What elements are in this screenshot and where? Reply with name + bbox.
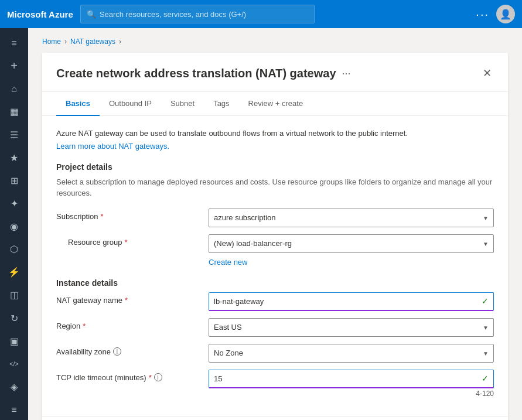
availability-zone-row: Availability zone i No Zone ▼ xyxy=(56,344,494,363)
panel-footer: Review + create < Previous Next : Outbou… xyxy=(42,416,508,421)
region-select[interactable]: East US xyxy=(214,323,489,332)
info-text: Azure NAT gateway can be used to transla… xyxy=(56,128,494,139)
breadcrumb-home[interactable]: Home xyxy=(42,37,61,46)
region-label-col: Region * xyxy=(56,318,209,330)
panel-title: Create network address translation (NAT)… xyxy=(56,67,336,80)
resource-group-select-wrapper[interactable]: (New) load-balancer-rg ▼ xyxy=(209,234,494,253)
resource-group-field-col: (New) load-balancer-rg ▼ xyxy=(209,234,494,253)
sidebar-item-allservices[interactable]: ⊞ xyxy=(2,170,26,191)
availability-zone-select-wrapper[interactable]: No Zone ▼ xyxy=(209,344,494,363)
search-input[interactable] xyxy=(100,10,308,19)
gateway-name-check-icon: ✓ xyxy=(482,296,489,306)
gateway-name-label-col: NAT gateway name * xyxy=(56,292,209,305)
panel-more-icon[interactable]: ··· xyxy=(342,67,351,80)
resource-group-row: Resource group * (New) load-balancer-rg … xyxy=(56,234,494,253)
tcp-timeout-label-col: TCP idle timeout (minutes) * i xyxy=(56,370,209,382)
region-field-col: East US ▼ xyxy=(209,318,494,337)
tab-subnet[interactable]: Subnet xyxy=(161,92,204,116)
sidebar: ≡ + ⌂ ▦ ☰ ★ ⊞ ✦ ◉ ⬡ ⚡ ◫ ↻ ▣ </> ◈ ≡ xyxy=(0,28,28,420)
gateway-name-input-wrapper: ✓ xyxy=(209,292,494,311)
topbar: Microsoft Azure 🔍 ··· 👤 xyxy=(0,0,522,28)
sidebar-item-code[interactable]: </> xyxy=(2,354,26,374)
sidebar-item-grid[interactable]: ▣ xyxy=(2,331,26,351)
availability-zone-label-col: Availability zone i xyxy=(56,344,209,356)
panel-body: Azure NAT gateway can be used to transla… xyxy=(42,116,508,416)
region-row: Region * East US ▼ xyxy=(56,318,494,337)
breadcrumb-separator-2: › xyxy=(119,37,121,46)
gateway-name-required: * xyxy=(125,296,128,305)
subscription-required: * xyxy=(101,212,104,221)
topbar-search-box[interactable]: 🔍 xyxy=(80,5,315,23)
topbar-right: ··· 👤 xyxy=(476,5,515,23)
subscription-field-col: azure subscription ▼ xyxy=(209,209,494,227)
tcp-timeout-field-col: ✓ 4-120 xyxy=(209,370,494,398)
subscription-select-wrapper[interactable]: azure subscription ▼ xyxy=(209,209,494,227)
resource-group-select[interactable]: (New) load-balancer-rg xyxy=(214,239,489,248)
sidebar-item-dashboard[interactable]: ▦ xyxy=(2,101,26,122)
resource-group-required: * xyxy=(125,238,128,247)
panel-header: Create network address translation (NAT)… xyxy=(42,53,508,92)
tcp-timeout-hint: 4-120 xyxy=(209,390,494,398)
sidebar-item-security[interactable]: ⬡ xyxy=(2,239,26,259)
tcp-timeout-input[interactable] xyxy=(214,374,479,383)
resource-group-label: Resource group * xyxy=(56,238,209,247)
sidebar-item-diamond[interactable]: ◈ xyxy=(2,377,26,397)
panel-title-row: Create network address translation (NAT)… xyxy=(56,67,351,80)
sidebar-item-sql[interactable]: ◫ xyxy=(2,285,26,305)
tcp-timeout-input-wrapper: ✓ xyxy=(209,370,494,388)
tcp-timeout-required: * xyxy=(149,373,152,382)
project-details-title: Project details xyxy=(56,162,494,172)
learn-more-link[interactable]: Learn more about NAT gateways. xyxy=(56,142,169,151)
subscription-select[interactable]: azure subscription xyxy=(214,213,489,222)
subscription-row: Subscription * azure subscription ▼ xyxy=(56,209,494,227)
subscription-label: Subscription * xyxy=(56,212,209,221)
tab-basics[interactable]: Basics xyxy=(56,92,100,116)
gateway-name-label: NAT gateway name * xyxy=(56,296,209,305)
sidebar-item-favorites[interactable]: ★ xyxy=(2,148,26,168)
availability-zone-select[interactable]: No Zone xyxy=(214,349,489,357)
create-new-spacer xyxy=(56,255,209,267)
region-select-wrapper[interactable]: East US ▼ xyxy=(209,318,494,337)
breadcrumb-separator-1: › xyxy=(64,37,67,46)
create-nat-gateway-panel: Create network address translation (NAT)… xyxy=(42,53,508,420)
subscription-label-col: Subscription * xyxy=(56,209,209,221)
tcp-timeout-check-icon: ✓ xyxy=(482,374,489,383)
sidebar-item-expand[interactable]: ≡ xyxy=(2,33,26,53)
instance-details-title: Instance details xyxy=(56,278,494,288)
sidebar-item-devops[interactable]: ⚡ xyxy=(2,262,26,282)
topbar-avatar[interactable]: 👤 xyxy=(496,5,515,23)
tcp-timeout-row: TCP idle timeout (minutes) * i ✓ 4-120 xyxy=(56,370,494,398)
sidebar-item-refresh[interactable]: ↻ xyxy=(2,308,26,329)
availability-zone-label: Availability zone i xyxy=(56,347,209,356)
tcp-timeout-label: TCP idle timeout (minutes) * i xyxy=(56,373,209,382)
availability-zone-field-col: No Zone ▼ xyxy=(209,344,494,363)
resource-group-label-col: Resource group * xyxy=(56,234,209,247)
breadcrumb-nat-gateways[interactable]: NAT gateways xyxy=(70,37,115,46)
sidebar-item-list[interactable]: ≡ xyxy=(2,399,26,420)
tab-outbound-ip[interactable]: Outbound IP xyxy=(100,92,161,116)
search-icon: 🔍 xyxy=(87,10,96,19)
gateway-name-row: NAT gateway name * ✓ xyxy=(56,292,494,311)
sidebar-item-create[interactable]: + xyxy=(2,56,26,76)
create-new-row: Create new xyxy=(56,255,494,267)
panel-close-button[interactable]: ✕ xyxy=(480,64,494,82)
sidebar-item-menu[interactable]: ☰ xyxy=(2,125,26,145)
availability-zone-info-icon[interactable]: i xyxy=(113,347,121,356)
region-required: * xyxy=(83,322,86,330)
create-new-link[interactable]: Create new xyxy=(209,258,247,267)
main-content: Home › NAT gateways › Create network add… xyxy=(28,28,522,420)
tabs-nav: Basics Outbound IP Subnet Tags Review + … xyxy=(42,92,508,116)
tab-tags[interactable]: Tags xyxy=(204,92,238,116)
topbar-brand: Microsoft Azure xyxy=(7,9,73,19)
topbar-dots[interactable]: ··· xyxy=(476,8,489,21)
gateway-name-field-col: ✓ xyxy=(209,292,494,311)
sidebar-item-home[interactable]: ⌂ xyxy=(2,78,26,99)
region-label: Region * xyxy=(56,322,209,330)
tcp-timeout-info-icon[interactable]: i xyxy=(154,373,162,381)
project-details-desc: Select a subscription to manage deployed… xyxy=(56,176,494,199)
tab-review-create[interactable]: Review + create xyxy=(239,92,313,116)
breadcrumb: Home › NAT gateways › xyxy=(42,37,508,46)
sidebar-item-recent[interactable]: ✦ xyxy=(2,193,26,214)
sidebar-item-monitor[interactable]: ◉ xyxy=(2,216,26,237)
gateway-name-input[interactable] xyxy=(214,297,479,306)
